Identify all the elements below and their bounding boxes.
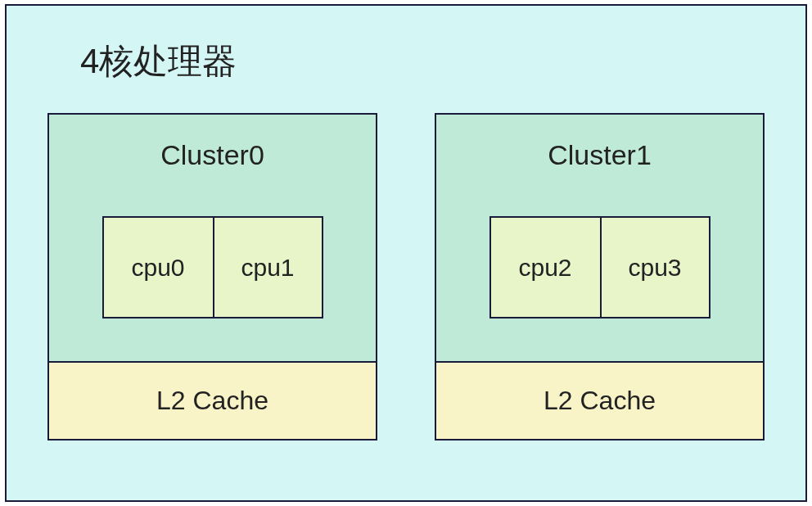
cluster-1-cache: L2 Cache — [435, 363, 765, 440]
cluster-0-wrapper: Cluster0 cpu0 cpu1 L2 Cache — [47, 113, 377, 440]
cluster-1-cpu-row: cpu2 cpu3 — [489, 216, 710, 319]
cluster-0-cache: L2 Cache — [47, 363, 377, 440]
clusters-row: Cluster0 cpu0 cpu1 L2 Cache Cluster1 cpu… — [39, 113, 773, 440]
cpu-1-box: cpu1 — [213, 216, 323, 319]
cpu-0-box: cpu0 — [102, 216, 213, 319]
cpu-3-box: cpu3 — [600, 216, 710, 319]
cluster-1-label: Cluster1 — [548, 139, 652, 171]
cluster-1-wrapper: Cluster1 cpu2 cpu3 L2 Cache — [435, 113, 765, 440]
cluster-0-label: Cluster0 — [160, 139, 264, 171]
cpu-2-box: cpu2 — [489, 216, 600, 319]
cluster-1-box: Cluster1 cpu2 cpu3 — [435, 113, 765, 363]
cluster-0-cpu-row: cpu0 cpu1 — [102, 216, 323, 319]
cluster-0-box: Cluster0 cpu0 cpu1 — [47, 113, 377, 363]
diagram-title: 4核处理器 — [80, 38, 773, 84]
processor-diagram: 4核处理器 Cluster0 cpu0 cpu1 L2 Cache Cluste… — [5, 4, 807, 502]
